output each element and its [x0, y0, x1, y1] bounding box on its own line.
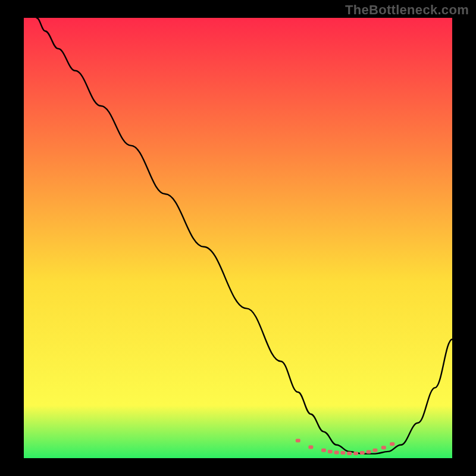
minimum-marker [367, 450, 371, 454]
minimum-marker [340, 451, 345, 455]
minimum-marker [321, 449, 326, 452]
minimum-marker [390, 442, 394, 446]
minimum-marker [353, 452, 358, 455]
gradient-backdrop [24, 18, 452, 458]
minimum-marker [308, 446, 313, 449]
minimum-marker [328, 450, 333, 453]
plot-area [24, 18, 452, 458]
minimum-marker [296, 439, 300, 442]
watermark-text: TheBottleneck.com [345, 2, 469, 18]
minimum-marker [360, 451, 365, 455]
minimum-marker [381, 446, 386, 449]
bottleneck-curve-chart [24, 18, 452, 458]
minimum-marker [372, 449, 377, 452]
minimum-marker [334, 450, 339, 454]
chart-stage: TheBottleneck.com [0, 0, 476, 476]
minimum-marker [347, 452, 352, 455]
